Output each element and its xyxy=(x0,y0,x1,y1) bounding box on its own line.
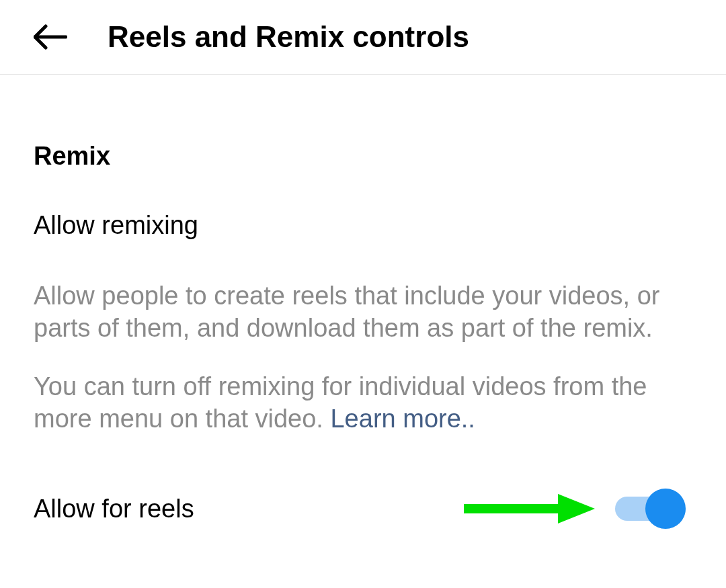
toggle-thumb xyxy=(645,489,686,529)
page-title: Reels and Remix controls xyxy=(108,20,469,54)
section-title-remix: Remix xyxy=(34,142,692,171)
header-bar: Reels and Remix controls xyxy=(0,0,726,75)
toggle-right-group xyxy=(460,489,686,529)
arrow-right-icon xyxy=(460,489,595,529)
back-arrow-icon[interactable] xyxy=(34,24,67,50)
allow-remixing-heading: Allow remixing xyxy=(34,211,692,240)
learn-more-link[interactable]: Learn more.. xyxy=(330,405,475,433)
svg-marker-1 xyxy=(558,494,595,523)
remix-description-2: You can turn off remixing for individual… xyxy=(34,371,692,435)
allow-for-reels-row: Allow for reels xyxy=(34,489,692,529)
allow-for-reels-toggle[interactable] xyxy=(615,489,686,529)
content-area: Remix Allow remixing Allow people to cre… xyxy=(0,75,726,556)
allow-for-reels-label: Allow for reels xyxy=(34,495,194,523)
remix-description-1: Allow people to create reels that includ… xyxy=(34,280,692,344)
